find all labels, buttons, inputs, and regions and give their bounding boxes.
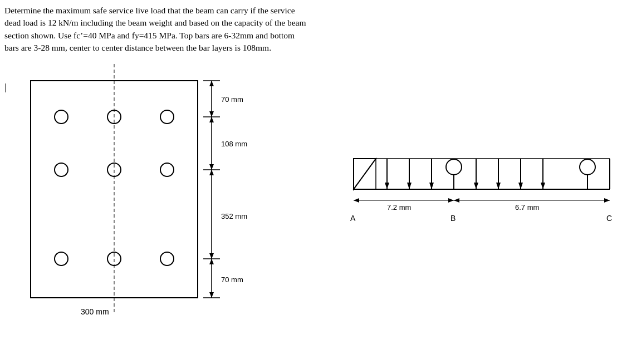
arrow-4-head <box>474 183 478 189</box>
label-C: C <box>606 214 612 223</box>
rebar-mid-1 <box>55 163 68 176</box>
problem-line1: Determine the maximum safe service live … <box>4 6 295 15</box>
dim-AB-arrow-left <box>354 198 359 203</box>
circle-C <box>580 159 595 175</box>
dim-arrow-352-up <box>209 170 214 175</box>
dim-arrow-top-down <box>209 111 214 117</box>
dim-width-label: 300 mm <box>81 307 109 316</box>
problem-text: Determine the maximum safe service live … <box>4 4 618 55</box>
dim-BC-label: 6.7 mm <box>515 203 539 211</box>
triangle-A-fill <box>354 159 376 189</box>
dim-arrow-352-down <box>209 253 214 259</box>
dim-arrow-btm-down <box>209 292 214 298</box>
cursor-marker: | <box>4 82 6 92</box>
dim-arrow-mid-down <box>209 164 214 170</box>
rebar-mid-3 <box>160 163 174 176</box>
dim-mid-label: 108 mm <box>221 140 247 148</box>
dim-arrow-top-up <box>209 81 214 86</box>
dim-BC-arrow-left <box>454 198 459 203</box>
arrow-6-head <box>518 183 523 189</box>
dim-arrow-btm-up <box>209 259 214 264</box>
arrow-2-head <box>407 183 412 189</box>
dim-top-label: 70 mm <box>221 95 243 104</box>
rebar-bot-3 <box>160 252 174 265</box>
arrow-5-head <box>496 183 501 189</box>
label-A: A <box>350 214 356 223</box>
rebar-bot-1 <box>55 252 68 265</box>
arrow-7-head <box>541 183 545 189</box>
arrow-3-head <box>429 183 434 189</box>
dim-BC-arrow-right <box>604 198 610 203</box>
circle-B <box>446 159 462 175</box>
problem-line2: dead load is 12 kN/m including the beam … <box>4 18 306 27</box>
problem-line4: bars are 3-28 mm, center to center dista… <box>4 43 271 52</box>
dim-arrow-mid-up <box>209 117 214 122</box>
label-B: B <box>450 214 456 223</box>
problem-line3: section shown. Use fc’=40 MPa and fy=415… <box>4 31 295 40</box>
rebar-top-1 <box>55 110 68 124</box>
arrow-1-head <box>385 183 389 189</box>
dim-352-label: 352 mm <box>221 212 247 220</box>
dim-bot-label: 70 mm <box>221 276 243 284</box>
main-diagram: 70 mm 108 mm 352 mm 70 mm 300 mm <box>31 81 615 359</box>
dim-AB-arrow-right <box>448 198 454 203</box>
dim-AB-label: 7.2 mm <box>387 203 411 211</box>
rebar-top-3 <box>160 110 174 124</box>
